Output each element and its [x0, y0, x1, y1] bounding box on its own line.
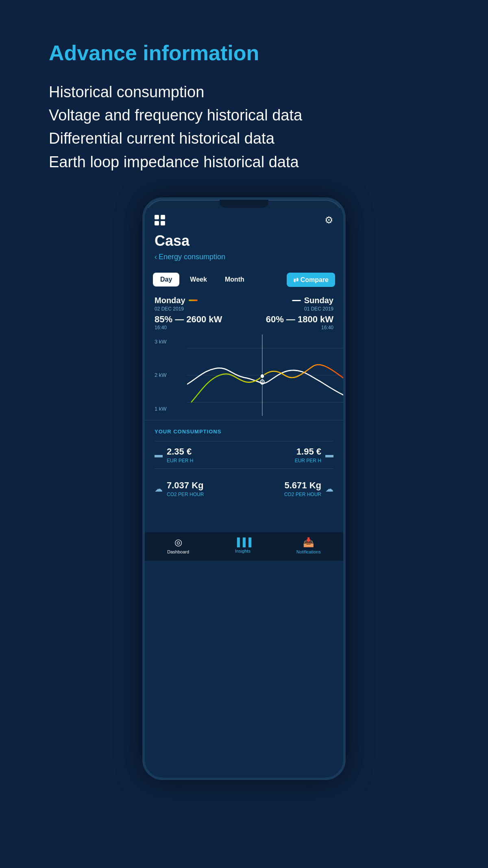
- co2-left-unit: CO2 PER HOUR: [167, 492, 204, 497]
- phone-nav: ◎ Dashboard ▐▐▐ Insights 📥 Notifications: [145, 532, 343, 561]
- svg-point-4: [260, 374, 264, 378]
- phone-topbar: ⚙: [145, 208, 343, 229]
- legend-left: Monday 02 DEC 2019: [155, 296, 198, 312]
- co2-right-unit: CO2 PER HOUR: [284, 492, 321, 497]
- stat-left-group: 85% — 2600 kW 16:40: [155, 314, 222, 330]
- tab-bar: Day Week Month ⇄ Compare: [145, 268, 343, 292]
- eur-left-unit: EUR PER H: [167, 458, 193, 464]
- chart-section: Monday 02 DEC 2019 Sunday 01 DEC 2019: [145, 292, 343, 416]
- gear-icon[interactable]: ⚙: [325, 214, 333, 226]
- page-wrapper: Advance information Historical consumpti…: [0, 0, 488, 868]
- phone-mockup: ⚙ Casa ‹ Energy consumption Day Week Mon…: [142, 197, 346, 780]
- tab-day[interactable]: Day: [153, 273, 179, 286]
- nav-dashboard[interactable]: ◎ Dashboard: [167, 537, 189, 554]
- consumption-eur-left-values: 2.35 € EUR PER H: [167, 446, 193, 464]
- consumptions-section: YOUR CONSUMPTIONS ▬ 2.35 € EUR PER H: [145, 420, 343, 508]
- consumption-eur-left: ▬ 2.35 € EUR PER H: [155, 446, 193, 464]
- consumption-co2-left: ☁ 7.037 Kg CO2 PER HOUR: [155, 480, 204, 497]
- feature-item-4: Earth loop impedance historical data: [49, 151, 439, 173]
- nav-insights-label: Insights: [235, 549, 251, 553]
- stat-right-value: 60% — 1800 kW: [266, 314, 333, 325]
- chart-label-3kw: 3 kW: [155, 339, 167, 345]
- chart-svg: [187, 335, 346, 416]
- chart-area: 3 kW 2 kW 1 kW: [155, 335, 333, 416]
- chart-label-2kw: 2 kW: [155, 372, 167, 378]
- legend-day-monday: Monday: [155, 296, 198, 305]
- phone-header: Casa ‹ Energy consumption: [145, 229, 343, 268]
- stats-row: 85% — 2600 kW 16:40 60% — 1800 kW 16:40: [155, 314, 333, 330]
- breadcrumb[interactable]: ‹ Energy consumption: [155, 253, 333, 261]
- dashboard-icon: ◎: [174, 537, 182, 548]
- consumptions-title: YOUR CONSUMPTIONS: [155, 429, 333, 435]
- card-icon-right: ▬: [325, 450, 333, 459]
- stat-left-value: 85% — 2600 kW: [155, 314, 222, 325]
- tab-week[interactable]: Week: [183, 273, 214, 286]
- stat-right-group: 60% — 1800 kW 16:40: [266, 314, 333, 330]
- legend-date-monday: 02 DEC 2019: [155, 306, 198, 312]
- spacer: [145, 508, 343, 524]
- nav-notifications-label: Notifications: [296, 549, 321, 554]
- page-title: Advance information: [49, 41, 439, 65]
- compare-button[interactable]: ⇄ Compare: [287, 273, 335, 287]
- nav-insights[interactable]: ▐▐▐ Insights: [234, 538, 252, 553]
- legend-right: Sunday 01 DEC 2019: [292, 296, 333, 312]
- phone-container: ⚙ Casa ‹ Energy consumption Day Week Mon…: [49, 197, 439, 780]
- breadcrumb-label: Energy consumption: [159, 253, 225, 261]
- chart-y-labels: 3 kW 2 kW 1 kW: [155, 335, 167, 416]
- sunday-indicator: [292, 300, 301, 301]
- consumption-eur-row: ▬ 2.35 € EUR PER H ▬ 1.95 € EUR PER H: [155, 442, 333, 469]
- stat-right-time: 16:40: [266, 325, 333, 330]
- nav-notifications[interactable]: 📥 Notifications: [296, 537, 321, 554]
- card-icon-left: ▬: [155, 450, 163, 459]
- consumption-eur-right: ▬ 1.95 € EUR PER H: [295, 446, 333, 464]
- eur-right-unit: EUR PER H: [295, 458, 321, 464]
- consumption-co2-right: ☁ 5.671 Kg CO2 PER HOUR: [284, 480, 333, 497]
- feature-list: Historical consumption Voltage and frequ…: [49, 81, 439, 173]
- legend-date-sunday: 01 DEC 2019: [292, 306, 333, 312]
- consumption-co2-row: ☁ 7.037 Kg CO2 PER HOUR ☁ 5.671 Kg CO2 P…: [155, 475, 333, 497]
- cloud-icon-left: ☁: [155, 484, 163, 494]
- consumption-co2-left-values: 7.037 Kg CO2 PER HOUR: [167, 480, 204, 497]
- consumption-eur-right-values: 1.95 € EUR PER H: [295, 446, 321, 464]
- grid-icon[interactable]: [155, 215, 165, 225]
- tab-month[interactable]: Month: [218, 273, 252, 286]
- feature-item-2: Voltage and frequency historical data: [49, 105, 439, 126]
- eur-right-value: 1.95 €: [295, 446, 321, 457]
- phone-screen: ⚙ Casa ‹ Energy consumption Day Week Mon…: [145, 208, 343, 778]
- chart-label-1kw: 1 kW: [155, 406, 167, 412]
- legend-day-sunday: Sunday: [292, 296, 333, 305]
- eur-left-value: 2.35 €: [167, 446, 193, 457]
- device-name: Casa: [155, 232, 333, 249]
- co2-left-value: 7.037 Kg: [167, 480, 204, 491]
- notifications-icon: 📥: [303, 537, 314, 548]
- feature-item-3: Differential current historical data: [49, 128, 439, 149]
- breadcrumb-arrow: ‹: [155, 253, 157, 261]
- stat-left-time: 16:40: [155, 325, 222, 330]
- nav-dashboard-label: Dashboard: [167, 549, 189, 554]
- co2-right-value: 5.671 Kg: [284, 480, 321, 491]
- phone-notch: [220, 200, 268, 208]
- insights-icon: ▐▐▐: [234, 538, 252, 547]
- consumption-co2-right-values: 5.671 Kg CO2 PER HOUR: [284, 480, 321, 497]
- legend-row: Monday 02 DEC 2019 Sunday 01 DEC 2019: [155, 296, 333, 312]
- svg-point-5: [260, 380, 264, 384]
- feature-item-1: Historical consumption: [49, 81, 439, 103]
- monday-indicator: [189, 300, 198, 301]
- cloud-icon-right: ☁: [325, 484, 333, 494]
